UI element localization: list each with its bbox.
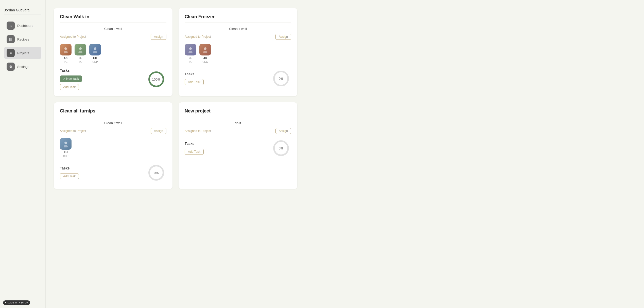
avatar-initials: EH (64, 151, 67, 154)
avatar (75, 44, 86, 55)
svg-point-9 (188, 51, 193, 53)
project-divider (185, 23, 291, 23)
new-task-button[interactable]: ✓ New task (60, 75, 82, 82)
tasks-label: Tasks (185, 72, 271, 76)
assign-button[interactable]: Assign (275, 128, 291, 134)
project-title: Clean all turnips (60, 108, 166, 114)
progress-label: 0% (154, 171, 159, 175)
sidebar-item-recipes[interactable]: ▤ Recipes (4, 33, 41, 45)
progress-label: 0% (279, 77, 284, 81)
project-description: Clean it well (60, 27, 166, 31)
avatar-item: AKPC (60, 44, 72, 63)
avatar-initials: JG (203, 56, 207, 60)
avatar-initials: JL (189, 56, 192, 60)
sidebar-item-label: Dashboard (17, 24, 33, 28)
svg-point-8 (189, 47, 192, 50)
sidebar-item-settings[interactable]: ⚙ Settings (4, 61, 41, 73)
project-card-clean-freezer: Clean FreezerClean it wellAssigned to Pr… (179, 8, 297, 96)
svg-point-2 (79, 47, 82, 50)
project-title: Clean Freezer (185, 14, 291, 20)
tasks-label: Tasks (185, 142, 271, 146)
avatars-row: EHCDP (60, 138, 166, 158)
assign-row: Assigned to ProjectAssign (60, 128, 166, 134)
avatars-row: AKPC JLSC EHCDP (60, 44, 166, 63)
progress-circle: 0% (146, 163, 166, 183)
assigned-to-project-label: Assigned to Project (185, 129, 211, 133)
svg-point-11 (203, 51, 207, 53)
project-divider (185, 117, 291, 117)
projects-grid: Clean Walk inClean it wellAssigned to Pr… (54, 8, 297, 189)
project-divider (60, 117, 166, 117)
avatar (60, 138, 72, 150)
project-card-clean-all-turnips: Clean all turnipsClean it wellAssigned t… (54, 102, 172, 189)
project-title: New project (185, 108, 291, 114)
svg-point-10 (204, 47, 206, 50)
main-content: Clean Walk inClean it wellAssigned to Pr… (46, 0, 644, 308)
assigned-to-project-label: Assigned to Project (60, 35, 86, 38)
sidebar-item-label: Projects (17, 51, 29, 55)
avatars-row: JLSC JGCDC (185, 44, 291, 63)
projects-icon: ≡ (7, 49, 15, 57)
tasks-left: TasksAdd Task (60, 166, 146, 179)
assigned-to-project-label: Assigned to Project (60, 129, 86, 133)
assign-button[interactable]: Assign (151, 128, 166, 134)
progress-label: 100% (152, 78, 160, 81)
svg-point-1 (64, 51, 68, 53)
sidebar: Jordan Guevara ⌂ Dashboard ▤ Recipes ≡ P… (0, 0, 46, 308)
add-task-button[interactable]: Add Task (60, 173, 79, 179)
project-description: Clean it well (60, 121, 166, 125)
avatar-initials: AK (64, 56, 68, 60)
tasks-label: Tasks (60, 166, 146, 170)
avatar-item: JLSC (75, 44, 86, 63)
add-task-button[interactable]: Add Task (185, 149, 204, 155)
sidebar-item-dashboard[interactable]: ⌂ Dashboard (4, 20, 41, 32)
sidebar-item-projects[interactable]: ≡ Projects (4, 47, 41, 59)
assigned-to-project-label: Assigned to Project (185, 35, 211, 38)
avatar-initials: JL (79, 56, 82, 60)
sidebar-item-label: Recipes (17, 37, 29, 41)
svg-point-14 (64, 142, 67, 144)
avatar-role: CDP (63, 155, 68, 158)
svg-point-3 (78, 51, 82, 53)
assign-row: Assigned to ProjectAssign (60, 34, 166, 40)
progress-circle: 100% (146, 69, 166, 89)
svg-point-4 (94, 47, 96, 50)
assign-button[interactable]: Assign (275, 34, 291, 40)
avatar-role: SC (79, 61, 82, 63)
avatar (89, 44, 101, 55)
sidebar-nav: ⌂ Dashboard ▤ Recipes ≡ Projects ⚙ Setti… (4, 20, 41, 73)
avatar-role: SC (189, 61, 192, 63)
settings-icon: ⚙ (7, 63, 15, 71)
project-description: Clean it well (185, 27, 291, 31)
dashboard-icon: ⌂ (7, 22, 15, 30)
avatar-item: JLSC (185, 44, 196, 63)
progress-circle: 0% (271, 68, 291, 89)
svg-point-5 (93, 51, 97, 53)
sidebar-user: Jordan Guevara (4, 6, 41, 14)
project-card-clean-walk-in: Clean Walk inClean it wellAssigned to Pr… (54, 8, 172, 96)
avatar-initials: EH (93, 56, 97, 60)
sidebar-item-label: Settings (17, 65, 29, 69)
project-divider (60, 23, 166, 23)
project-card-new-project: New projectdo itAssigned to ProjectAssig… (179, 102, 297, 189)
avatar (185, 44, 196, 55)
avatar-role: CDC (202, 61, 208, 63)
add-task-button[interactable]: Add Task (185, 79, 204, 85)
avatar (60, 44, 72, 55)
tasks-left: Tasks✓ New taskAdd Task (60, 68, 146, 90)
add-task-button[interactable]: Add Task (60, 84, 79, 90)
tasks-section: TasksAdd Task 0% (185, 68, 291, 89)
progress-label: 0% (279, 146, 284, 150)
recipes-icon: ▤ (7, 35, 15, 43)
avatar-item: EHCDP (89, 44, 101, 63)
assign-button[interactable]: Assign (151, 34, 166, 40)
svg-point-0 (64, 47, 67, 50)
svg-point-15 (64, 145, 68, 147)
assign-row: Assigned to ProjectAssign (185, 128, 291, 134)
avatar-item: EHCDP (60, 138, 72, 158)
project-title: Clean Walk in (60, 14, 166, 20)
project-description: do it (185, 121, 291, 125)
avatar-role: PC (64, 61, 67, 63)
progress-circle: 0% (271, 138, 291, 158)
tasks-section: Tasks✓ New taskAdd Task 100% (60, 68, 166, 90)
